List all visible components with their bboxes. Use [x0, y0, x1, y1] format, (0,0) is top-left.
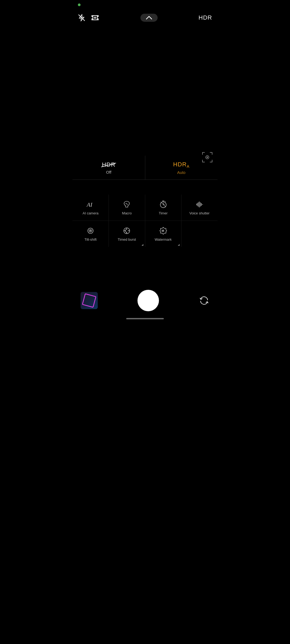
watermark-label: Watermark: [155, 237, 172, 241]
shutter-button[interactable]: [137, 290, 159, 311]
top-left-group: [78, 13, 99, 22]
timed-burst-icon: [122, 226, 131, 235]
timed-burst-triangle: [142, 244, 143, 246]
voice-shutter-label: Voice shutter: [189, 211, 209, 215]
ai-camera-label: AI camera: [83, 211, 99, 215]
settings-row-2: Tilt-shift Timed burst: [73, 221, 218, 247]
svg-point-20: [90, 230, 91, 231]
voice-shutter-option[interactable]: Voice shutter: [182, 195, 218, 221]
hdr-options-panel: HDR Off HDRA Auto: [73, 156, 218, 180]
timer-label: Timer: [159, 211, 168, 215]
ai-camera-option[interactable]: AI AI camera: [73, 195, 109, 221]
tilt-shift-label: Tilt-shift: [85, 237, 97, 241]
watermark-icon: M: [159, 226, 168, 235]
expand-settings-button[interactable]: [140, 14, 158, 22]
empty-settings-cell: [182, 221, 218, 247]
status-bar: [73, 0, 218, 10]
status-indicator: [78, 3, 81, 6]
watermark-triangle: [178, 244, 180, 246]
timed-burst-option[interactable]: Timed burst: [109, 221, 145, 247]
macro-option[interactable]: Macro: [109, 195, 145, 221]
flash-toggle-button[interactable]: [78, 14, 85, 21]
timed-burst-label: Timed burst: [118, 237, 136, 241]
hdr-status-label[interactable]: HDR: [198, 14, 212, 21]
home-indicator: [126, 318, 164, 319]
svg-text:M: M: [162, 229, 164, 232]
ai-icon: AI: [86, 200, 95, 209]
camera-settings-grid: AI AI camera Macro: [73, 195, 218, 247]
hdr-auto-option[interactable]: HDRA Auto: [145, 156, 218, 180]
timer-option[interactable]: Timer: [145, 195, 182, 221]
voice-shutter-icon: [195, 200, 204, 209]
watermark-option[interactable]: M Watermark: [145, 221, 182, 247]
svg-rect-1: [93, 16, 97, 20]
hdr-auto-title: HDRA: [173, 161, 190, 169]
timer-icon: [159, 200, 168, 209]
thumbnail-image: [81, 292, 98, 309]
svg-point-2: [94, 17, 96, 18]
tilt-shift-icon: [86, 226, 95, 235]
tilt-shift-option[interactable]: Tilt-shift: [73, 221, 109, 247]
gallery-thumbnail[interactable]: [81, 292, 98, 309]
hdr-off-option[interactable]: HDR Off: [73, 156, 145, 180]
focus-mode-button[interactable]: [91, 13, 99, 22]
macro-label: Macro: [122, 211, 132, 215]
hdr-auto-subtitle: Auto: [177, 170, 186, 175]
svg-text:AI: AI: [86, 201, 93, 208]
top-controls: HDR: [73, 13, 218, 22]
settings-row-1: AI AI camera Macro: [73, 195, 218, 221]
flip-camera-button[interactable]: [199, 295, 209, 306]
macro-icon: [122, 200, 131, 209]
hdr-off-title: HDR: [102, 161, 115, 168]
bottom-controls: [73, 290, 218, 311]
hdr-off-subtitle: Off: [106, 170, 111, 174]
